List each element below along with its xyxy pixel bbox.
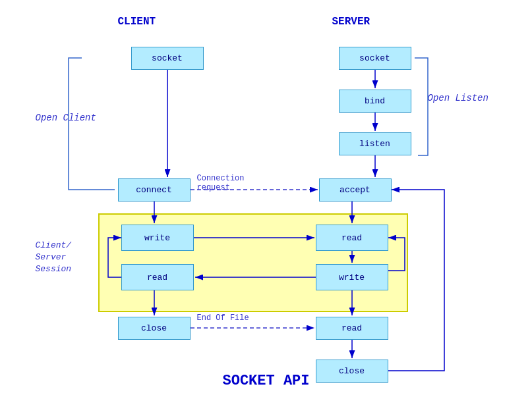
- client-connect-box: connect: [118, 178, 191, 202]
- open-client-label: Open Client: [36, 113, 96, 123]
- open-listen-label: Open Listen: [428, 93, 488, 103]
- connection-request-label: Connectionrequest: [197, 174, 245, 192]
- server-read-box: read: [316, 225, 388, 251]
- server-header: SERVER: [332, 16, 370, 28]
- open-client-brace: [69, 58, 115, 190]
- diagram-title: SOCKET API: [16, 373, 517, 389]
- server-socket-box: socket: [339, 47, 411, 70]
- client-write-box: write: [121, 225, 194, 251]
- end-of-file-label: End Of File: [197, 313, 249, 323]
- client-header: CLIENT: [118, 16, 156, 28]
- client-read-box: read: [121, 264, 194, 290]
- server-accept-box: accept: [319, 178, 392, 202]
- server-read2-box: read: [316, 317, 388, 340]
- server-write-box: write: [316, 264, 388, 290]
- server-close-box: close: [316, 360, 388, 383]
- client-socket-box: socket: [131, 47, 204, 70]
- arrows-svg: [16, 11, 517, 392]
- open-listen-brace: [415, 58, 428, 155]
- diagram-container: SOCKET API CLIENT SERVER socket socket b…: [16, 11, 517, 392]
- server-bind-box: bind: [339, 90, 411, 113]
- client-close-box: close: [118, 317, 191, 340]
- session-label: Client/ServerSession: [36, 240, 72, 276]
- server-listen-box: listen: [339, 132, 411, 155]
